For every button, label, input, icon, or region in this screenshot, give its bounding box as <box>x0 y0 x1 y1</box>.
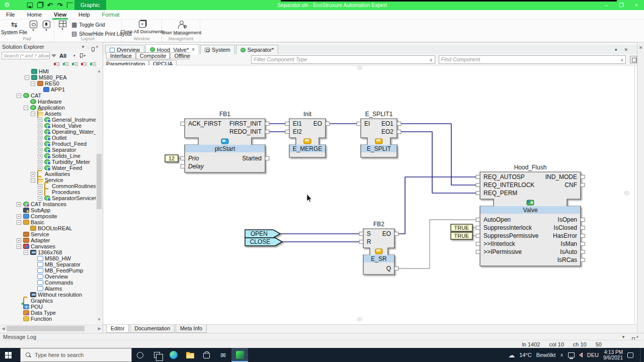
expand-node-icon[interactable] <box>63 61 69 67</box>
close-button[interactable]: × <box>629 0 644 10</box>
tree-item[interactable]: −RES0 <box>0 80 96 86</box>
expand-icon[interactable]: + <box>17 214 21 219</box>
close-pane-icon[interactable]: × <box>94 44 101 49</box>
scope-dropdown[interactable]: All ▾ <box>58 53 77 59</box>
fbd-pin[interactable] <box>476 175 480 179</box>
tree-item[interactable]: +Procedures <box>0 189 96 195</box>
taskbar-ecostruxure[interactable] <box>231 348 248 362</box>
scroll-down-icon[interactable]: ▼ <box>96 317 102 323</box>
collapse-icon[interactable]: − <box>17 244 21 249</box>
expand-icon[interactable]: + <box>17 202 21 207</box>
fbd-pin[interactable] <box>476 234 480 238</box>
close-pane-icon[interactable]: × <box>634 334 641 339</box>
expand-icon[interactable]: + <box>38 190 42 195</box>
tree-item[interactable]: APP1 <box>0 86 96 93</box>
collapse-icon[interactable]: − <box>24 250 28 255</box>
expand-icon[interactable]: + <box>38 148 42 152</box>
tree-item[interactable]: −CAT <box>0 93 96 99</box>
fbd-pin[interactable] <box>581 184 585 187</box>
tree-item[interactable]: +Hood_Valve <box>0 123 96 129</box>
collapse-icon[interactable]: − <box>24 106 28 110</box>
fbd-pin[interactable] <box>397 130 401 134</box>
filter-funnel-icon[interactable] <box>51 54 56 57</box>
tree-vertical-scrollbar[interactable]: ▲ ▼ <box>96 68 102 323</box>
tree-item[interactable]: +Operating_Water_Feed <box>0 129 96 135</box>
collapse-icon[interactable]: − <box>31 81 35 86</box>
tree-item[interactable]: +Auxiliaries <box>0 171 96 177</box>
collapse-icon[interactable]: − <box>31 178 35 183</box>
view-options-button[interactable]: ▾ <box>78 53 86 58</box>
fbd-block-FB1[interactable]: FB1plcStartACK_FIRSTFIRST_INITREDO_INITP… <box>181 111 269 172</box>
tree-item[interactable]: Alarms <box>0 286 96 292</box>
menu-home[interactable]: Home <box>21 10 48 20</box>
fbd-block-FB2[interactable]: FB2E_SRSREOQ <box>359 221 398 275</box>
menu-file[interactable]: File <box>0 10 21 20</box>
tree-item[interactable]: +Separator <box>0 147 96 153</box>
language-indicator[interactable]: DEU <box>587 352 599 358</box>
close-all-documents-button[interactable]: × Close All Documents <box>124 21 161 34</box>
fbd-literal[interactable]: TRUE <box>451 224 472 231</box>
menu-view[interactable]: View <box>48 10 72 20</box>
fbd-connector-close[interactable]: CLOSE <box>245 238 282 246</box>
weather-text[interactable]: Bewölkt <box>536 352 556 358</box>
fbd-pin[interactable] <box>581 226 585 230</box>
tree-item[interactable]: Graphics <box>0 298 96 304</box>
tree-item[interactable]: Service <box>0 231 96 237</box>
bottom-tab-meta-info[interactable]: Meta Info <box>176 325 207 333</box>
editor-tab-composite[interactable]: Composite <box>136 52 171 59</box>
fbd-pin[interactable] <box>359 232 363 236</box>
fbd-pin[interactable] <box>394 267 398 270</box>
fbd-block-Init[interactable]: InitE_MERGEEI1EI2EO <box>285 111 330 157</box>
taskbar-mail[interactable]: ✉ <box>215 348 231 362</box>
scroll-up-icon[interactable]: ▲ <box>96 68 102 74</box>
tree-item[interactable]: +Outlet <box>0 135 96 141</box>
fbd-pin[interactable] <box>265 157 269 160</box>
collapse-icon[interactable]: − <box>17 220 21 225</box>
pane-menu-icon[interactable]: ▾ <box>79 44 87 49</box>
hscroll-thumb[interactable] <box>7 326 85 331</box>
expand-icon[interactable]: + <box>31 172 35 176</box>
fbd-pin[interactable] <box>581 175 585 179</box>
fbd-pin[interactable] <box>181 157 185 160</box>
contextual-tab-group[interactable]: Graphic <box>74 0 106 10</box>
expand-icon[interactable]: + <box>38 154 42 158</box>
sync-down-icon[interactable] <box>90 61 97 67</box>
undo-icon[interactable]: ↶ <box>47 3 53 8</box>
tree-item[interactable]: +Solids_Line <box>0 153 96 159</box>
tree-item[interactable]: SubApp <box>0 207 96 213</box>
close-document-icon[interactable]: ✕ <box>624 47 628 52</box>
menu-format[interactable]: Format <box>96 10 126 20</box>
system-file-button[interactable]: ⇆ System File <box>0 21 28 35</box>
fbd-pin[interactable] <box>265 122 269 126</box>
fbd-pin[interactable] <box>476 242 480 246</box>
fbd-pin[interactable] <box>181 165 185 168</box>
restore-button[interactable]: ❐ <box>614 0 629 10</box>
fbd-pin[interactable] <box>581 258 585 262</box>
tree-item[interactable]: MB_FeedPump <box>0 267 96 274</box>
fbd-pin[interactable] <box>326 122 330 126</box>
tree-item[interactable]: MB_Separator <box>0 261 96 267</box>
fbd-pin[interactable] <box>285 122 289 126</box>
expand-icon[interactable]: + <box>38 136 42 140</box>
fbd-wire[interactable] <box>397 132 480 193</box>
fbd-pin[interactable] <box>581 250 585 254</box>
fbd-pin[interactable] <box>476 184 480 187</box>
tree-item[interactable]: −Application <box>0 105 96 111</box>
fbd-literal[interactable]: TRUE <box>451 232 472 239</box>
tree-item[interactable]: −Canvases <box>0 243 96 249</box>
expand-icon[interactable]: + <box>38 130 42 134</box>
find-component-input[interactable]: Find Component ∨ <box>439 55 626 64</box>
message-log-bar[interactable]: Message Log ▾ × <box>0 333 644 340</box>
fbd-block-Hood_Flush[interactable]: Hood_FlushValveREQ_AUTOSPREQ_INTERLOCKRE… <box>476 164 585 266</box>
tab-list-icon[interactable]: ▾ <box>615 47 617 52</box>
fbd-connector-open[interactable]: OPEN <box>245 230 280 238</box>
collapse-icon[interactable]: − <box>17 94 21 98</box>
tree-item[interactable]: +Water_Feed <box>0 165 96 171</box>
pane-menu-icon[interactable]: ▾ <box>620 334 627 339</box>
scroll-thumb[interactable] <box>97 154 102 209</box>
fbd-pin[interactable] <box>394 232 398 236</box>
expand-icon[interactable]: + <box>38 160 42 164</box>
tree-item[interactable]: +Turbidity_Meter <box>0 159 96 165</box>
tree-item[interactable]: BOOLtoREAL <box>0 225 96 231</box>
search-input[interactable]: Search (* and ? allowed) <box>2 52 50 59</box>
